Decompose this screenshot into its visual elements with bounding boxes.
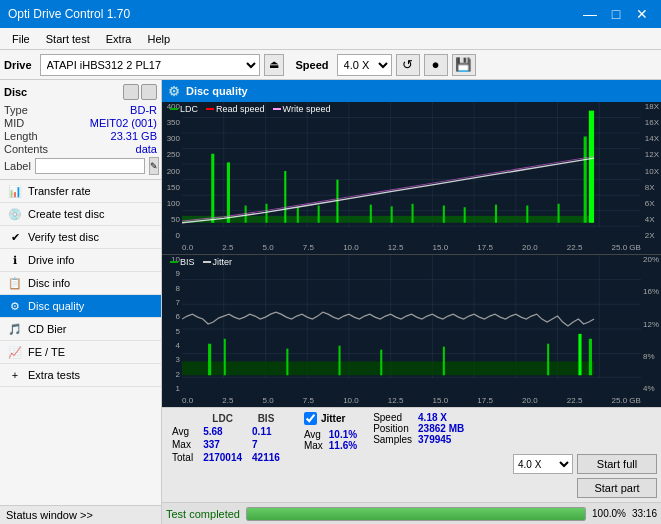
speed-position-section: Speed 4.18 X Position 23862 MB Samples 3… [365, 408, 472, 502]
bottom-legend: BIS Jitter [170, 257, 232, 267]
create-disc-icon: 💿 [8, 207, 22, 221]
svg-rect-27 [297, 207, 299, 223]
position-value: 23862 MB [412, 423, 464, 434]
drive-select[interactable]: ATAPI iHBS312 2 PL17 [40, 54, 260, 76]
sidebar-item-cd-bier[interactable]: 🎵 CD Bier [0, 318, 161, 341]
mid-value: MEIT02 (001) [90, 117, 157, 129]
sidebar-item-disc-info[interactable]: 📋 Disc info [0, 272, 161, 295]
sidebar-item-verify-test-disc[interactable]: ✔ Verify test disc [0, 226, 161, 249]
mid-label: MID [4, 117, 24, 129]
save-button[interactable]: 💾 [452, 54, 476, 76]
quality-header-icon: ⚙ [168, 84, 180, 99]
progress-container: Test completed 100.0% 33:16 [162, 502, 661, 524]
svg-rect-56 [338, 346, 340, 376]
stats-bar: LDC BIS Avg 5.68 0.11 Max 337 7 Total [162, 407, 661, 502]
top-y-axis-left: 400 350 300 250 200 150 100 50 0 [162, 102, 182, 240]
samples-key: Samples [373, 434, 412, 445]
svg-rect-28 [318, 206, 320, 223]
top-legend: LDC Read speed Write speed [170, 104, 330, 114]
label-label: Label [4, 160, 31, 172]
disc-quality-header: ⚙ Disc quality [162, 80, 661, 102]
bis-legend: BIS [170, 257, 195, 267]
ldc-label: LDC [180, 104, 198, 114]
sidebar-item-extra-tests[interactable]: + Extra tests [0, 364, 161, 387]
extra-icon: + [8, 368, 22, 382]
sidebar-item-label: Extra tests [28, 369, 80, 381]
drivebar: Drive ATAPI iHBS312 2 PL17 ⏏ Speed 4.0 X… [0, 50, 661, 80]
sidebar: Disc Type BD-R MID MEIT02 (001) Length 2… [0, 80, 162, 524]
sidebar-item-create-test-disc[interactable]: 💿 Create test disc [0, 203, 161, 226]
main-layout: Disc Type BD-R MID MEIT02 (001) Length 2… [0, 80, 661, 524]
jitter-max-value: 11.6% [323, 440, 357, 451]
speed-key: Speed [373, 412, 412, 423]
sidebar-item-fe-te[interactable]: 📈 FE / TE [0, 341, 161, 364]
status-window-button[interactable]: Status window >> [0, 505, 161, 524]
label-edit-button[interactable]: ✎ [149, 157, 159, 175]
sidebar-item-label: FE / TE [28, 346, 65, 358]
disc-panel: Disc Type BD-R MID MEIT02 (001) Length 2… [0, 80, 161, 180]
jitter-max-row: Max 11.6% [304, 440, 357, 451]
samples-row: Samples 379945 [373, 434, 464, 445]
total-bis: 42116 [250, 451, 288, 464]
menu-extra[interactable]: Extra [98, 31, 140, 47]
sidebar-item-disc-quality[interactable]: ⚙ Disc quality [0, 295, 161, 318]
menu-file[interactable]: File [4, 31, 38, 47]
close-button[interactable]: ✕ [631, 5, 653, 23]
svg-rect-26 [265, 204, 267, 223]
main-content: ⚙ Disc quality LDC Read speed [162, 80, 661, 524]
progress-bar [246, 507, 586, 521]
total-label: Total [170, 451, 201, 464]
ldc-legend: LDC [170, 104, 198, 114]
jitter-header: Jitter [304, 412, 357, 425]
drive-info-icon: ℹ [8, 253, 22, 267]
top-chart-svg [182, 102, 641, 240]
drive-label: Drive [4, 59, 32, 71]
col-bis: BIS [250, 412, 288, 425]
svg-rect-29 [370, 205, 372, 223]
burn-button[interactable]: ● [424, 54, 448, 76]
label-input[interactable] [35, 158, 145, 174]
jitter-label: Jitter [213, 257, 233, 267]
bis-dot [170, 261, 178, 263]
max-bis: 7 [250, 438, 288, 451]
svg-rect-33 [464, 207, 466, 223]
sidebar-item-label: Create test disc [28, 208, 104, 220]
avg-row: Avg 5.68 0.11 [170, 425, 288, 438]
length-value: 23.31 GB [111, 130, 157, 142]
sidebar-item-label: Disc quality [28, 300, 84, 312]
top-y-axis-right: 18X 16X 14X 12X 10X 8X 6X 4X 2X [645, 102, 659, 240]
svg-rect-53 [208, 344, 211, 376]
sidebar-item-label: Drive info [28, 254, 74, 266]
refresh-button[interactable]: ↺ [396, 54, 420, 76]
menu-help[interactable]: Help [139, 31, 178, 47]
start-part-button[interactable]: Start part [577, 478, 657, 498]
svg-rect-25 [245, 206, 247, 223]
status-text: Test completed [166, 508, 240, 520]
ldc-dot [170, 108, 178, 110]
menubar: File Start test Extra Help [0, 28, 661, 50]
speed-select-full[interactable]: 4.0 X [513, 454, 573, 474]
speed-select[interactable]: 4.0 X [337, 54, 392, 76]
minimize-button[interactable]: — [579, 5, 601, 23]
avg-bis: 0.11 [250, 425, 288, 438]
max-ldc: 337 [201, 438, 250, 451]
speed-label: Speed [296, 59, 329, 71]
disc-icon[interactable] [123, 84, 139, 100]
sidebar-item-drive-info[interactable]: ℹ Drive info [0, 249, 161, 272]
disc-open-icon[interactable] [141, 84, 157, 100]
sidebar-menu: 📊 Transfer rate 💿 Create test disc ✔ Ver… [0, 180, 161, 505]
jitter-checkbox[interactable] [304, 412, 317, 425]
eject-button[interactable]: ⏏ [264, 54, 284, 76]
svg-rect-60 [578, 334, 581, 375]
sidebar-item-transfer-rate[interactable]: 📊 Transfer rate [0, 180, 161, 203]
start-full-button[interactable]: Start full [577, 454, 657, 474]
col-empty [170, 412, 201, 425]
sidebar-item-label: CD Bier [28, 323, 67, 335]
contents-value: data [136, 143, 157, 155]
charts-container: LDC Read speed Write speed 400 350 [162, 102, 661, 407]
avg-label: Avg [170, 425, 201, 438]
menu-start-test[interactable]: Start test [38, 31, 98, 47]
svg-rect-18 [182, 216, 594, 223]
maximize-button[interactable]: □ [605, 5, 627, 23]
top-chart: LDC Read speed Write speed 400 350 [162, 102, 661, 255]
